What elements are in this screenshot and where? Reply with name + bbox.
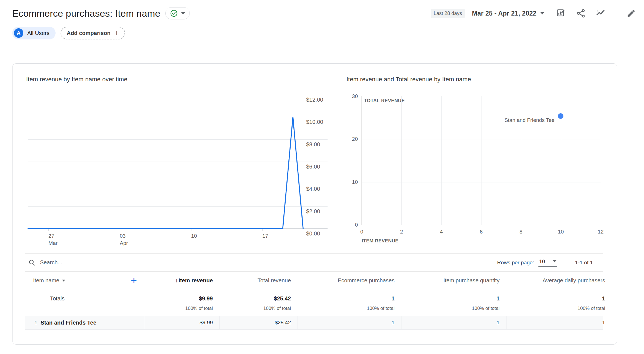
y-tick-label: $6.00 xyxy=(305,163,321,170)
y-tick-label: $12.00 xyxy=(305,96,324,103)
customize-report-button[interactable] xyxy=(556,8,566,18)
date-preset-label: Last 28 days xyxy=(431,9,465,18)
totals-label: Totals xyxy=(25,295,64,302)
report-status-dropdown[interactable] xyxy=(165,7,190,19)
x-tick-label: 10 xyxy=(191,232,197,240)
totals-subtext: 100% of total xyxy=(185,306,213,311)
y-tick-label: $0.00 xyxy=(305,230,321,237)
y-tick-label: 30 xyxy=(352,93,358,99)
all-users-chip[interactable]: A All Users xyxy=(12,27,56,39)
add-comparison-button[interactable]: Add comparison + xyxy=(61,27,125,39)
column-header-label: Ecommerce purchases xyxy=(338,277,395,284)
data-table: Rows per page: 10 1-1 of 1 Item name + xyxy=(25,253,603,330)
totals-cell: 1100% of total xyxy=(506,289,612,316)
search-icon xyxy=(28,259,36,266)
table-cell: 1 xyxy=(506,316,612,329)
add-comparison-label: Add comparison xyxy=(67,30,111,36)
column-header[interactable]: ↓Item revenue xyxy=(145,272,219,289)
totals-subtext: 100% of total xyxy=(578,306,605,311)
cell-value: $9.99 xyxy=(199,320,213,326)
search-input[interactable] xyxy=(40,259,115,266)
page-range: 1-1 of 1 xyxy=(575,260,593,266)
totals-cell: 1100% of total xyxy=(401,289,506,316)
totals-value: $9.99 xyxy=(199,295,213,302)
totals-value-group: 1100% of total xyxy=(578,295,605,311)
totals-value-group: 1100% of total xyxy=(472,295,500,311)
scatter-x-axis-title: ITEM REVENUE xyxy=(362,238,398,244)
gridline xyxy=(441,96,442,225)
x-tick-label: 8 xyxy=(520,229,523,235)
check-circle-icon xyxy=(170,9,178,17)
y-tick-label: 10 xyxy=(352,179,358,185)
column-header[interactable]: Item purchase quantity xyxy=(401,272,506,289)
cell-value: 1 xyxy=(496,320,500,326)
x-tick-label: 12 xyxy=(598,229,603,235)
gridline xyxy=(401,96,402,225)
cell-value: 1 xyxy=(602,320,605,326)
add-column-button[interactable]: + xyxy=(127,275,141,286)
all-users-label: All Users xyxy=(27,30,49,36)
item-name: Stan and Friends Tee xyxy=(41,320,96,326)
report-header: Ecommerce purchases: Item name Last 28 d… xyxy=(12,6,636,21)
scatter-y-axis-title: TOTAL REVENUE xyxy=(364,98,405,104)
y-tick-label: $2.00 xyxy=(305,208,321,215)
y-tick-label: $10.00 xyxy=(305,119,324,125)
column-header-label: ↓Item revenue xyxy=(175,277,213,284)
totals-subtext: 100% of total xyxy=(367,306,395,311)
chevron-down-icon xyxy=(540,12,544,14)
x-tick-label: 4 xyxy=(440,229,443,235)
scatter-point[interactable] xyxy=(558,113,563,119)
date-range-picker[interactable]: Mar 25 - Apr 21, 2022 xyxy=(472,10,544,17)
x-tick-label: 6 xyxy=(480,229,483,235)
dimension-selector[interactable]: Item name xyxy=(33,277,65,284)
totals-value-group: 1100% of total xyxy=(367,295,395,311)
x-tick-label: 17 xyxy=(262,232,268,240)
insights-icon xyxy=(596,8,606,18)
share-button[interactable] xyxy=(576,8,586,18)
line-chart[interactable]: $12.00$10.00$8.00$6.00$4.00$2.00$0.0027 … xyxy=(28,95,303,229)
date-range-text: Mar 25 - Apr 21, 2022 xyxy=(472,10,536,17)
cell-value: $25.42 xyxy=(275,320,291,326)
rows-per-page-select[interactable]: 10 xyxy=(538,258,557,267)
totals-value: 1 xyxy=(602,295,605,302)
chevron-down-icon xyxy=(62,280,65,282)
y-tick-label: 20 xyxy=(352,136,358,142)
x-tick-label: 03 Apr xyxy=(120,232,128,247)
insights-button[interactable] xyxy=(596,8,606,18)
column-header-label: Average daily purchasers xyxy=(543,277,605,284)
cell-value: 1 xyxy=(391,320,395,326)
x-tick-label: 27 Mar xyxy=(48,232,58,247)
table-cell: 1 xyxy=(401,316,506,329)
toolbar-divider xyxy=(616,7,616,19)
revenue-line-series xyxy=(28,95,303,230)
table-header-row: Item name + ↓Item revenueTotal revenueEc… xyxy=(25,272,603,289)
y-tick-label: $4.00 xyxy=(305,185,321,192)
edit-pencil-icon xyxy=(626,9,636,18)
ga4-report-page: Ecommerce purchases: Item name Last 28 d… xyxy=(0,0,644,354)
scatter-chart[interactable]: TOTAL REVENUE ITEM REVENUE 0102030024681… xyxy=(361,96,601,225)
table-body: 1Stan and Friends Tee$9.99$25.42111 xyxy=(25,316,603,330)
page-title: Ecommerce purchases: Item name xyxy=(12,8,160,19)
column-header[interactable]: Total revenue xyxy=(219,272,298,289)
search-box[interactable] xyxy=(25,259,145,266)
comparison-bar: A All Users Add comparison + xyxy=(12,27,125,39)
table-cell: 1 xyxy=(298,316,401,329)
column-header[interactable]: Ecommerce purchases xyxy=(298,272,401,289)
table-row[interactable]: 1Stan and Friends Tee$9.99$25.42111 xyxy=(25,316,603,330)
totals-value-group: $25.42100% of total xyxy=(263,295,291,311)
column-header[interactable]: Average daily purchasers xyxy=(506,272,612,289)
column-header-label: Item purchase quantity xyxy=(443,277,500,284)
dimension-cell: 1Stan and Friends Tee xyxy=(25,316,145,329)
totals-value: 1 xyxy=(496,295,500,302)
sort-descending-icon: ↓ xyxy=(175,278,178,283)
totals-label-cell: Totals xyxy=(25,289,145,316)
dimension-header-label: Item name xyxy=(33,277,59,284)
edit-report-button[interactable] xyxy=(626,8,636,18)
rows-per-page-label: Rows per page: xyxy=(497,260,534,266)
table-toolbar: Rows per page: 10 1-1 of 1 xyxy=(25,254,603,272)
x-tick-label: 2 xyxy=(400,229,403,235)
totals-cell: $9.99100% of total xyxy=(145,289,219,316)
table-totals-row: Totals $9.99100% of total$25.42100% of t… xyxy=(25,289,603,316)
x-tick-label: 10 xyxy=(558,229,564,235)
customize-report-icon xyxy=(556,9,566,18)
